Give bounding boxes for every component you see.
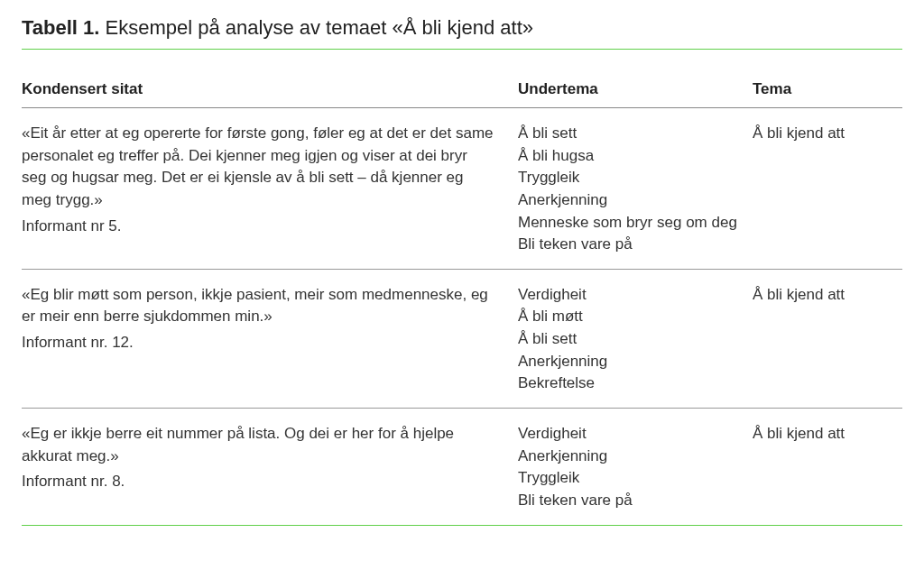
tema-cell: Å bli kjend att — [753, 423, 902, 512]
table-row: «Eg blir møtt som person, ikkje pasient,… — [22, 270, 902, 409]
undertema-item: Menneske som bryr seg om deg — [518, 212, 742, 234]
caption-label: Tabell 1. — [22, 16, 99, 39]
undertema-item: Å bli sett — [518, 328, 742, 351]
table-header-row: Kondensert sitat Undertema Tema — [22, 73, 902, 108]
quote-cell: «Eg blir møtt som person, ikkje pasient,… — [22, 284, 518, 395]
header-tema: Tema — [753, 80, 902, 98]
undertema-item: Anerkjenning — [518, 351, 742, 373]
undertema-item: Verdigheit — [518, 423, 742, 446]
table-row: «Eg er ikkje berre eit nummer på lista. … — [22, 409, 902, 526]
table-row: «Eit år etter at eg opererte for første … — [22, 108, 902, 270]
undertema-cell: Å bli sett Å bli hugsa Tryggleik Anerkje… — [518, 123, 753, 256]
undertema-cell: Verdigheit Å bli møtt Å bli sett Anerkje… — [518, 284, 753, 395]
table-caption: Tabell 1. Eksempel på analyse av temaet … — [22, 16, 902, 50]
header-undertema: Undertema — [518, 80, 753, 98]
analysis-table: Kondensert sitat Undertema Tema «Eit år … — [22, 73, 902, 526]
undertema-item: Anerkjenning — [518, 446, 742, 468]
informant-label: Informant nr. 8. — [22, 471, 496, 493]
informant-label: Informant nr 5. — [22, 216, 496, 238]
informant-label: Informant nr. 12. — [22, 332, 496, 354]
undertema-item: Tryggleik — [518, 467, 742, 490]
quote-text: «Eg blir møtt som person, ikkje pasient,… — [22, 284, 496, 328]
undertema-item: Å bli møtt — [518, 306, 742, 328]
caption-text: Eksempel på analyse av temaet «Å bli kje… — [99, 16, 533, 39]
tema-cell: Å bli kjend att — [753, 284, 902, 395]
undertema-item: Anerkjenning — [518, 189, 742, 212]
quote-text: «Eit år etter at eg opererte for første … — [22, 123, 496, 212]
tema-cell: Å bli kjend att — [753, 123, 902, 256]
undertema-item: Tryggleik — [518, 167, 742, 189]
undertema-item: Bekreftelse — [518, 372, 742, 395]
quote-cell: «Eit år etter at eg opererte for første … — [22, 123, 518, 256]
undertema-item: Verdigheit — [518, 284, 742, 307]
undertema-item: Å bli sett — [518, 123, 742, 145]
undertema-item: Bli teken vare på — [518, 490, 742, 512]
undertema-item: Bli teken vare på — [518, 234, 742, 256]
header-quote: Kondensert sitat — [22, 80, 518, 98]
quote-text: «Eg er ikkje berre eit nummer på lista. … — [22, 423, 496, 467]
undertema-cell: Verdigheit Anerkjenning Tryggleik Bli te… — [518, 423, 753, 512]
quote-cell: «Eg er ikkje berre eit nummer på lista. … — [22, 423, 518, 512]
undertema-item: Å bli hugsa — [518, 145, 742, 168]
